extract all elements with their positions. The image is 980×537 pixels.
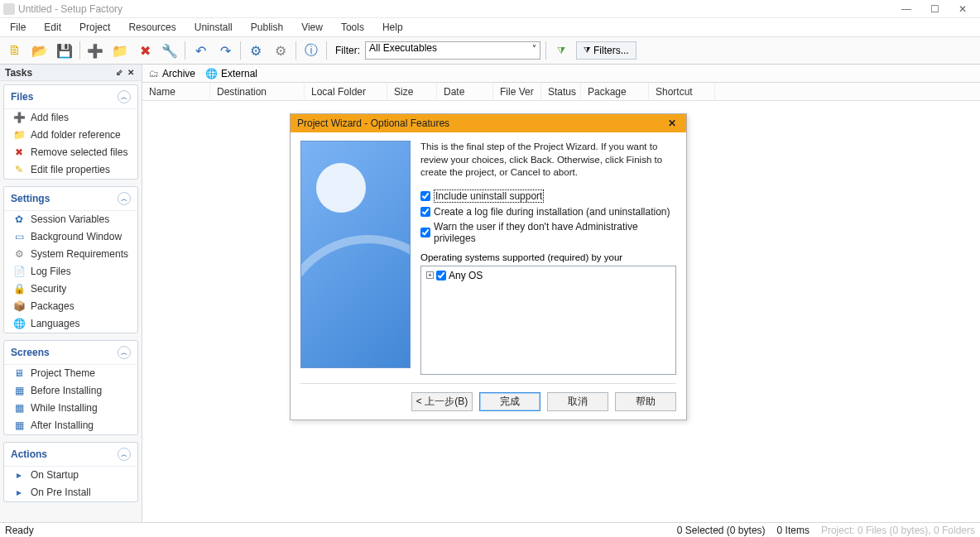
tab-archive[interactable]: 🗂Archive — [149, 68, 195, 79]
item-icon: ▸ — [12, 469, 26, 481]
item-label: On Startup — [31, 469, 129, 482]
sidebar-item[interactable]: 📦Packages — [4, 298, 137, 315]
menu-project[interactable]: Project — [76, 20, 113, 35]
menu-resources[interactable]: Resources — [125, 20, 179, 35]
sidebar-item[interactable]: 📄Log Files — [4, 263, 137, 280]
help-icon[interactable]: ⓘ — [301, 41, 321, 60]
sidebar-item[interactable]: ⚙System Requirements — [4, 246, 137, 263]
folder-icon[interactable]: 📁 — [110, 41, 130, 60]
separator — [79, 41, 80, 60]
item-icon: 🔒 — [12, 283, 26, 295]
filters-button[interactable]: ⧩ Filters... — [576, 41, 637, 60]
close-button[interactable]: ✕ — [949, 0, 977, 18]
tab-external[interactable]: 🌐External — [205, 68, 257, 79]
chk-log-file[interactable]: Create a log file during installation (a… — [420, 206, 676, 218]
item-icon: 🌐 — [12, 318, 26, 329]
redo-icon[interactable]: ↷ — [215, 41, 235, 60]
menu-file[interactable]: File — [7, 20, 29, 35]
tree-expand-icon[interactable]: + — [426, 271, 434, 279]
wrench-icon[interactable]: 🔧 — [160, 41, 180, 60]
undo-icon[interactable]: ↶ — [190, 41, 210, 60]
item-label: Security — [31, 283, 129, 295]
column-header[interactable]: Destination — [210, 83, 305, 101]
item-label: Before Installing — [31, 385, 129, 397]
item-icon: ✖ — [12, 146, 26, 158]
wizard-cancel-button[interactable]: 取消 — [547, 392, 608, 411]
sidebar-item[interactable]: ▸On Pre Install — [4, 484, 137, 501]
column-header[interactable]: Name — [142, 83, 210, 101]
item-label: Add folder reference — [31, 129, 129, 141]
item-label: While Installing — [31, 402, 129, 415]
panel-screens: Screens︿🖥Project Theme▦Before Installing… — [3, 340, 138, 435]
column-header[interactable]: Size — [387, 83, 437, 101]
wizard-help-button[interactable]: 帮助 — [615, 392, 676, 411]
menu-view[interactable]: View — [298, 20, 326, 35]
app-icon — [3, 3, 15, 15]
wizard-finish-button[interactable]: 完成 — [479, 392, 540, 411]
maximize-button[interactable]: ☐ — [920, 0, 949, 18]
chevron-up-icon[interactable]: ︿ — [118, 90, 131, 103]
new-icon[interactable]: 🗎 — [5, 41, 25, 60]
item-label: After Installing — [31, 420, 129, 432]
sidebar-item[interactable]: 🖥Project Theme — [4, 365, 137, 382]
sidebar-item[interactable]: ▦While Installing — [4, 400, 137, 417]
menu-uninstall[interactable]: Uninstall — [191, 20, 236, 35]
menu-help[interactable]: Help — [379, 20, 406, 35]
add-icon[interactable]: ➕ — [85, 41, 105, 60]
status-selected: 0 Selected (0 bytes) — [677, 525, 766, 536]
menu-publish[interactable]: Publish — [247, 20, 286, 35]
status-project: Project: 0 Files (0 bytes), 0 Folders — [821, 525, 975, 536]
column-header[interactable]: Shortcut — [649, 83, 715, 101]
item-icon: 📁 — [12, 129, 26, 141]
sidebar-item[interactable]: ▦After Installing — [4, 417, 137, 434]
gear1-icon[interactable]: ⚙ — [246, 41, 266, 60]
column-header[interactable]: Package — [581, 83, 649, 101]
sidebar-item[interactable]: ▸On Startup — [4, 467, 137, 484]
column-header[interactable]: File Ver — [493, 83, 541, 101]
minimize-button[interactable]: — — [892, 0, 920, 18]
sidebar-item[interactable]: ✖Remove selected files — [4, 144, 137, 161]
delete-icon[interactable]: ✖ — [135, 41, 155, 60]
chk-admin-warn[interactable]: Warn the user if they don't have Adminis… — [420, 221, 676, 244]
item-label: Log Files — [31, 266, 129, 278]
panel-header-actions[interactable]: Actions︿ — [4, 443, 137, 467]
column-header[interactable]: Local Folder — [305, 83, 387, 101]
item-label: Background Window — [31, 231, 129, 243]
sidebar-item[interactable]: ✎Edit file properties — [4, 161, 137, 179]
sidebar-item[interactable]: 📁Add folder reference — [4, 127, 137, 144]
gear2-icon[interactable]: ⚙ — [271, 41, 291, 60]
wizard-back-button[interactable]: < 上一步(B) — [411, 392, 473, 411]
panel-actions: Actions︿▸On Startup▸On Pre Install — [3, 442, 138, 502]
sidebar-item[interactable]: ✿Session Variables — [4, 211, 137, 228]
chevron-up-icon[interactable]: ︿ — [118, 346, 131, 359]
toolbar: 🗎 📂 💾 ➕ 📁 ✖ 🔧 ↶ ↷ ⚙ ⚙ ⓘ Filter: All Exec… — [0, 36, 980, 65]
sidebar-item[interactable]: 🔒Security — [4, 280, 137, 298]
item-label: System Requirements — [31, 248, 129, 261]
wizard-close-icon[interactable]: ✕ — [665, 117, 680, 129]
os-tree[interactable]: + Any OS — [420, 266, 676, 375]
panel-close-icon[interactable]: ✕ — [125, 67, 137, 79]
os-tree-item[interactable]: + Any OS — [426, 270, 670, 281]
chevron-up-icon[interactable]: ︿ — [118, 192, 131, 205]
column-header[interactable]: Status — [541, 83, 581, 101]
chevron-up-icon[interactable]: ︿ — [118, 448, 131, 461]
sidebar-item[interactable]: ▭Background Window — [4, 228, 137, 246]
sidebar-item[interactable]: ➕Add files — [4, 109, 137, 127]
save-icon[interactable]: 💾 — [55, 41, 74, 60]
menu-edit[interactable]: Edit — [41, 20, 65, 35]
status-ready: Ready — [5, 525, 34, 536]
panel-header-settings[interactable]: Settings︿ — [4, 187, 137, 211]
panel-header-screens[interactable]: Screens︿ — [4, 341, 137, 365]
sidebar-item[interactable]: ▦Before Installing — [4, 382, 137, 400]
item-label: Languages — [31, 318, 129, 330]
sidebar-item[interactable]: 🌐Languages — [4, 315, 137, 333]
chk-uninstall-support[interactable]: Include uninstall support — [420, 189, 676, 203]
menu-tools[interactable]: Tools — [338, 20, 368, 35]
panel-header-files[interactable]: Files︿ — [4, 85, 137, 109]
open-icon[interactable]: 📂 — [30, 41, 50, 60]
item-icon: 🖥 — [12, 367, 26, 379]
funnel-icon[interactable]: ⧩ — [551, 41, 571, 60]
column-header[interactable]: Date — [437, 83, 493, 101]
filter-select[interactable]: All Executables — [365, 41, 540, 60]
pin-icon[interactable]: ⇙ — [113, 67, 125, 79]
